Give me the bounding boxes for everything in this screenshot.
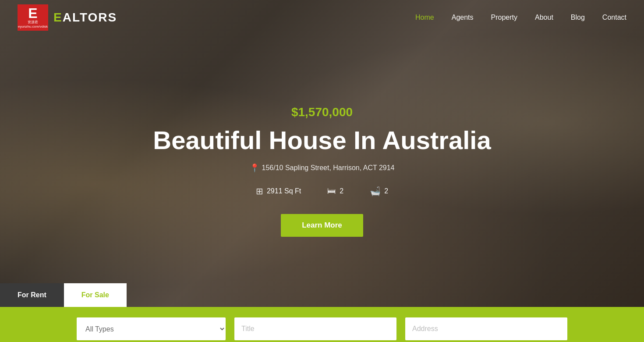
hero-content: $1,570,000 Beautiful House In Australia … bbox=[0, 0, 644, 307]
sqft-icon: ⊞ bbox=[256, 186, 263, 196]
location-icon: 📍 bbox=[250, 163, 259, 173]
bed-icon: 🛏 bbox=[327, 186, 336, 196]
type-select[interactable]: All Types House Apartment Villa Commerci… bbox=[77, 317, 226, 340]
property-tabs: For Rent For Sale bbox=[0, 283, 127, 307]
brand-name: EALTORS bbox=[53, 11, 117, 25]
nav-link-property[interactable]: Property bbox=[491, 14, 517, 21]
nav-link-about[interactable]: About bbox=[535, 14, 553, 21]
nav-link-contact[interactable]: Contact bbox=[602, 14, 626, 21]
nav-item-agents[interactable]: Agents bbox=[452, 14, 474, 21]
logo-area: E 资源君 eyunzhu.com/vdisk EALTORS bbox=[18, 4, 117, 31]
hero-address: 📍 156/10 Sapling Street, Harrison, ACT 2… bbox=[250, 163, 395, 173]
nav-link-agents[interactable]: Agents bbox=[452, 14, 474, 21]
hero-title: Beautiful House In Australia bbox=[153, 126, 491, 154]
address-input[interactable] bbox=[405, 317, 567, 340]
address-text: 156/10 Sapling Street, Harrison, ACT 291… bbox=[262, 164, 395, 172]
nav-item-property[interactable]: Property bbox=[491, 14, 517, 21]
navbar: E 资源君 eyunzhu.com/vdisk EALTORS Home Age… bbox=[0, 0, 644, 35]
hero-section: $1,570,000 Beautiful House In Australia … bbox=[0, 0, 644, 307]
nav-item-blog[interactable]: Blog bbox=[571, 14, 585, 21]
tab-for-rent[interactable]: For Rent bbox=[0, 283, 64, 307]
bath-icon: 🛁 bbox=[370, 186, 381, 196]
nav-link-blog[interactable]: Blog bbox=[571, 14, 585, 21]
beds-value: 2 bbox=[340, 187, 343, 195]
stat-beds: 🛏 2 bbox=[327, 186, 343, 196]
nav-links: Home Agents Property About Blog Contact bbox=[415, 14, 626, 21]
nav-item-contact[interactable]: Contact bbox=[602, 14, 626, 21]
stat-sqft: ⊞ 2911 Sq Ft bbox=[256, 186, 301, 196]
hero-stats: ⊞ 2911 Sq Ft 🛏 2 🛁 2 bbox=[256, 186, 388, 196]
hero-price: $1,570,000 bbox=[291, 105, 353, 119]
stat-baths: 🛁 2 bbox=[370, 186, 388, 196]
logo-letter: E bbox=[28, 6, 37, 20]
nav-item-home[interactable]: Home bbox=[415, 14, 434, 21]
logo-subtext2: eyunzhu.com/vdisk bbox=[18, 25, 48, 29]
baths-value: 2 bbox=[384, 187, 388, 195]
logo-box: E 资源君 eyunzhu.com/vdisk bbox=[18, 4, 48, 31]
sqft-value: 2911 Sq Ft bbox=[267, 187, 301, 195]
title-input[interactable] bbox=[234, 317, 396, 340]
tab-for-sale[interactable]: For Sale bbox=[64, 283, 127, 307]
nav-link-home[interactable]: Home bbox=[415, 14, 434, 21]
search-section: All Types House Apartment Villa Commerci… bbox=[0, 307, 644, 342]
logo-subtext1: 资源君 bbox=[28, 20, 38, 25]
learn-more-button[interactable]: Learn More bbox=[281, 214, 363, 237]
nav-item-about[interactable]: About bbox=[535, 14, 553, 21]
